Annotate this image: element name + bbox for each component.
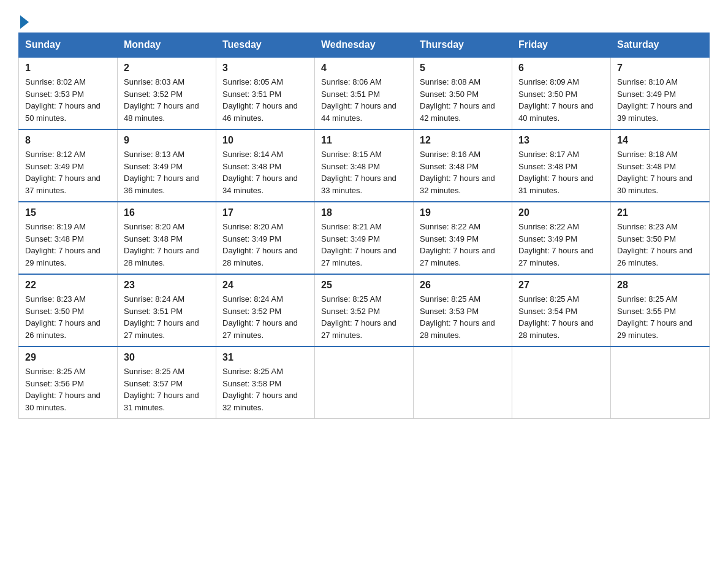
day-info: Sunrise: 8:23 AM Sunset: 3:50 PM Dayligh… [25, 293, 111, 341]
day-number: 23 [124, 280, 210, 291]
day-number: 18 [321, 207, 407, 218]
day-info: Sunrise: 8:23 AM Sunset: 3:50 PM Dayligh… [617, 221, 703, 269]
calendar-cell: 16 Sunrise: 8:20 AM Sunset: 3:48 PM Dayl… [118, 202, 216, 274]
day-number: 9 [124, 135, 210, 146]
calendar-cell: 3 Sunrise: 8:05 AM Sunset: 3:51 PM Dayli… [216, 57, 315, 129]
calendar-cell: 28 Sunrise: 8:25 AM Sunset: 3:55 PM Dayl… [611, 274, 710, 347]
calendar-cell: 24 Sunrise: 8:24 AM Sunset: 3:52 PM Dayl… [216, 274, 315, 347]
day-number: 11 [321, 135, 407, 146]
day-number: 12 [420, 135, 506, 146]
calendar-cell: 4 Sunrise: 8:06 AM Sunset: 3:51 PM Dayli… [315, 57, 414, 129]
col-header-sunday: Sunday [19, 33, 118, 58]
calendar-cell: 10 Sunrise: 8:14 AM Sunset: 3:48 PM Dayl… [216, 129, 315, 202]
day-info: Sunrise: 8:22 AM Sunset: 3:49 PM Dayligh… [518, 221, 604, 269]
calendar-cell: 20 Sunrise: 8:22 AM Sunset: 3:49 PM Dayl… [512, 202, 611, 274]
col-header-saturday: Saturday [611, 33, 710, 58]
week-row-3: 15 Sunrise: 8:19 AM Sunset: 3:48 PM Dayl… [19, 202, 710, 274]
calendar-cell [414, 347, 512, 419]
calendar-cell: 14 Sunrise: 8:18 AM Sunset: 3:48 PM Dayl… [611, 129, 710, 202]
calendar-cell: 6 Sunrise: 8:09 AM Sunset: 3:50 PM Dayli… [512, 57, 611, 129]
day-number: 30 [124, 352, 210, 363]
week-row-4: 22 Sunrise: 8:23 AM Sunset: 3:50 PM Dayl… [19, 274, 710, 347]
day-number: 28 [617, 280, 703, 291]
day-number: 13 [518, 135, 604, 146]
calendar-cell [315, 347, 414, 419]
day-number: 15 [25, 207, 111, 218]
day-info: Sunrise: 8:12 AM Sunset: 3:49 PM Dayligh… [25, 148, 111, 196]
page-header [18, 12, 710, 26]
calendar-cell: 8 Sunrise: 8:12 AM Sunset: 3:49 PM Dayli… [19, 129, 118, 202]
calendar-cell: 2 Sunrise: 8:03 AM Sunset: 3:52 PM Dayli… [118, 57, 216, 129]
col-header-monday: Monday [118, 33, 216, 58]
day-number: 31 [222, 352, 308, 363]
col-header-friday: Friday [512, 33, 611, 58]
week-row-2: 8 Sunrise: 8:12 AM Sunset: 3:49 PM Dayli… [19, 129, 710, 202]
day-number: 14 [617, 135, 703, 146]
col-header-thursday: Thursday [414, 33, 512, 58]
calendar-cell: 15 Sunrise: 8:19 AM Sunset: 3:48 PM Dayl… [19, 202, 118, 274]
calendar-cell: 22 Sunrise: 8:23 AM Sunset: 3:50 PM Dayl… [19, 274, 118, 347]
day-info: Sunrise: 8:05 AM Sunset: 3:51 PM Dayligh… [222, 76, 308, 124]
day-info: Sunrise: 8:24 AM Sunset: 3:52 PM Dayligh… [222, 293, 308, 341]
day-number: 6 [518, 63, 604, 74]
day-info: Sunrise: 8:25 AM Sunset: 3:53 PM Dayligh… [420, 293, 506, 341]
day-number: 5 [420, 63, 506, 74]
day-info: Sunrise: 8:25 AM Sunset: 3:54 PM Dayligh… [518, 293, 604, 341]
day-number: 29 [25, 352, 111, 363]
day-info: Sunrise: 8:09 AM Sunset: 3:50 PM Dayligh… [518, 76, 604, 124]
calendar-cell: 7 Sunrise: 8:10 AM Sunset: 3:49 PM Dayli… [611, 57, 710, 129]
day-number: 2 [124, 63, 210, 74]
day-number: 27 [518, 280, 604, 291]
day-number: 1 [25, 63, 111, 74]
day-info: Sunrise: 8:02 AM Sunset: 3:53 PM Dayligh… [25, 76, 111, 124]
day-info: Sunrise: 8:25 AM Sunset: 3:52 PM Dayligh… [321, 293, 407, 341]
calendar-cell: 31 Sunrise: 8:25 AM Sunset: 3:58 PM Dayl… [216, 347, 315, 419]
calendar-table: SundayMondayTuesdayWednesdayThursdayFrid… [18, 33, 710, 419]
day-number: 10 [222, 135, 308, 146]
calendar-cell: 25 Sunrise: 8:25 AM Sunset: 3:52 PM Dayl… [315, 274, 414, 347]
calendar-cell: 12 Sunrise: 8:16 AM Sunset: 3:48 PM Dayl… [414, 129, 512, 202]
calendar-cell: 9 Sunrise: 8:13 AM Sunset: 3:49 PM Dayli… [118, 129, 216, 202]
calendar-cell: 21 Sunrise: 8:23 AM Sunset: 3:50 PM Dayl… [611, 202, 710, 274]
day-number: 20 [518, 207, 604, 218]
calendar-cell: 30 Sunrise: 8:25 AM Sunset: 3:57 PM Dayl… [118, 347, 216, 419]
day-info: Sunrise: 8:19 AM Sunset: 3:48 PM Dayligh… [25, 221, 111, 269]
day-number: 21 [617, 207, 703, 218]
calendar-cell: 26 Sunrise: 8:25 AM Sunset: 3:53 PM Dayl… [414, 274, 512, 347]
calendar-cell: 19 Sunrise: 8:22 AM Sunset: 3:49 PM Dayl… [414, 202, 512, 274]
day-info: Sunrise: 8:24 AM Sunset: 3:51 PM Dayligh… [124, 293, 210, 341]
week-row-5: 29 Sunrise: 8:25 AM Sunset: 3:56 PM Dayl… [19, 347, 710, 419]
calendar-cell: 29 Sunrise: 8:25 AM Sunset: 3:56 PM Dayl… [19, 347, 118, 419]
calendar-cell: 23 Sunrise: 8:24 AM Sunset: 3:51 PM Dayl… [118, 274, 216, 347]
day-info: Sunrise: 8:14 AM Sunset: 3:48 PM Dayligh… [222, 148, 308, 196]
day-number: 8 [25, 135, 111, 146]
day-number: 26 [420, 280, 506, 291]
day-info: Sunrise: 8:03 AM Sunset: 3:52 PM Dayligh… [124, 76, 210, 124]
calendar-cell: 13 Sunrise: 8:17 AM Sunset: 3:48 PM Dayl… [512, 129, 611, 202]
day-info: Sunrise: 8:20 AM Sunset: 3:49 PM Dayligh… [222, 221, 308, 269]
day-info: Sunrise: 8:10 AM Sunset: 3:49 PM Dayligh… [617, 76, 703, 124]
day-number: 22 [25, 280, 111, 291]
day-number: 19 [420, 207, 506, 218]
day-info: Sunrise: 8:25 AM Sunset: 3:55 PM Dayligh… [617, 293, 703, 341]
day-info: Sunrise: 8:17 AM Sunset: 3:48 PM Dayligh… [518, 148, 604, 196]
calendar-cell: 17 Sunrise: 8:20 AM Sunset: 3:49 PM Dayl… [216, 202, 315, 274]
day-number: 17 [222, 207, 308, 218]
calendar-cell [611, 347, 710, 419]
col-header-tuesday: Tuesday [216, 33, 315, 58]
day-info: Sunrise: 8:06 AM Sunset: 3:51 PM Dayligh… [321, 76, 407, 124]
days-header-row: SundayMondayTuesdayWednesdayThursdayFrid… [19, 33, 710, 58]
calendar-cell: 11 Sunrise: 8:15 AM Sunset: 3:48 PM Dayl… [315, 129, 414, 202]
calendar-cell: 5 Sunrise: 8:08 AM Sunset: 3:50 PM Dayli… [414, 57, 512, 129]
day-info: Sunrise: 8:20 AM Sunset: 3:48 PM Dayligh… [124, 221, 210, 269]
calendar-cell: 1 Sunrise: 8:02 AM Sunset: 3:53 PM Dayli… [19, 57, 118, 129]
day-info: Sunrise: 8:25 AM Sunset: 3:56 PM Dayligh… [25, 366, 111, 413]
day-info: Sunrise: 8:16 AM Sunset: 3:48 PM Dayligh… [420, 148, 506, 196]
calendar-cell: 18 Sunrise: 8:21 AM Sunset: 3:49 PM Dayl… [315, 202, 414, 274]
day-info: Sunrise: 8:15 AM Sunset: 3:48 PM Dayligh… [321, 148, 407, 196]
day-number: 24 [222, 280, 308, 291]
col-header-wednesday: Wednesday [315, 33, 414, 58]
logo [18, 15, 29, 26]
day-info: Sunrise: 8:25 AM Sunset: 3:57 PM Dayligh… [124, 366, 210, 413]
day-info: Sunrise: 8:21 AM Sunset: 3:49 PM Dayligh… [321, 221, 407, 269]
